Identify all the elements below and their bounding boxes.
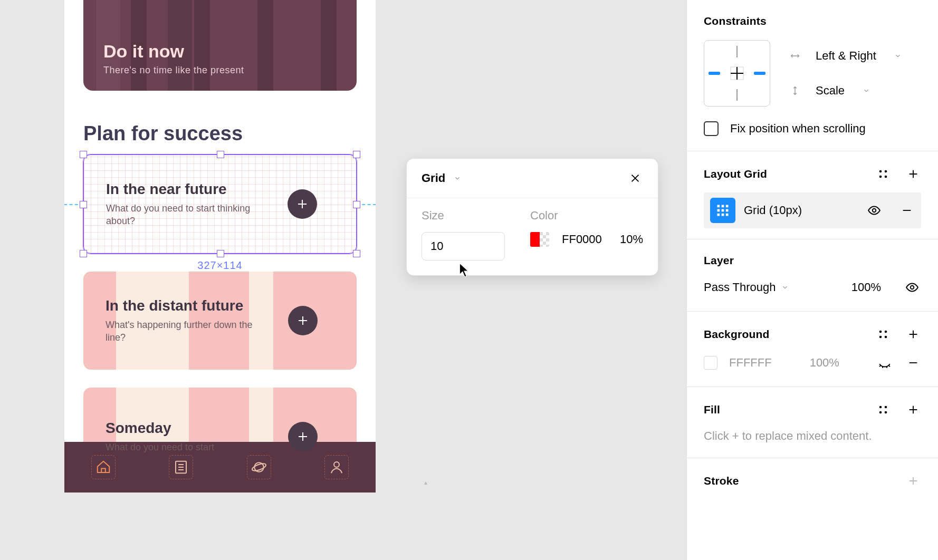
- layout-grid-row[interactable]: Grid (10px): [704, 192, 921, 228]
- grid-type-dropdown[interactable]: [454, 171, 461, 185]
- card-title: In the distant future: [106, 297, 264, 314]
- resize-handle[interactable]: [80, 250, 87, 257]
- background-title: Background: [704, 328, 770, 341]
- add-button[interactable]: [288, 189, 317, 219]
- fill-styles-button[interactable]: [876, 402, 891, 417]
- add-background-button[interactable]: [905, 326, 921, 342]
- background-hex[interactable]: FFFFFF: [729, 356, 772, 370]
- eye-icon: [867, 204, 881, 217]
- resize-handle[interactable]: [353, 250, 360, 257]
- svg-point-22: [879, 336, 882, 339]
- popover-title: Grid: [422, 171, 445, 185]
- svg-point-5: [879, 170, 882, 173]
- properties-panel: Constraints Left & Right: [686, 0, 938, 560]
- svg-point-26: [879, 411, 882, 414]
- svg-rect-15: [717, 214, 720, 216]
- home-icon: [95, 459, 111, 475]
- layer-opacity-input[interactable]: 100%: [851, 281, 881, 294]
- tab-profile[interactable]: [324, 455, 349, 479]
- grid-color-hex[interactable]: FF0000: [562, 233, 602, 246]
- tab-home[interactable]: [91, 455, 116, 479]
- resize-handle[interactable]: [217, 151, 224, 158]
- selected-frame[interactable]: In the near future What do you need to s…: [83, 155, 357, 254]
- card-subtitle: What do you need to start thinking about…: [106, 202, 264, 228]
- add-layout-grid-button[interactable]: [905, 166, 921, 182]
- svg-rect-11: [726, 205, 729, 208]
- svg-point-24: [879, 406, 882, 409]
- horizontal-arrow-icon: [789, 50, 801, 62]
- svg-rect-9: [717, 205, 720, 208]
- constraints-section: Constraints Left & Right: [687, 0, 938, 151]
- close-icon: [629, 172, 641, 184]
- background-opacity[interactable]: 100%: [810, 356, 839, 370]
- four-dots-icon: [878, 329, 888, 340]
- resize-handle[interactable]: [80, 201, 87, 208]
- resize-handle[interactable]: [80, 151, 87, 158]
- add-button[interactable]: [288, 422, 318, 451]
- grid-size-input[interactable]: [422, 232, 505, 260]
- horizontal-constraint-select[interactable]: Left & Right: [789, 49, 921, 63]
- close-button[interactable]: [627, 170, 643, 186]
- svg-point-21: [885, 331, 887, 333]
- layer-visibility-button[interactable]: [903, 278, 921, 296]
- resize-handle[interactable]: [217, 250, 224, 257]
- add-stroke-button[interactable]: [905, 473, 921, 489]
- remove-background-button[interactable]: [905, 355, 921, 371]
- svg-point-8: [885, 176, 887, 178]
- chevron-down-icon: [781, 284, 789, 291]
- design-canvas[interactable]: Do it now There's no time like the prese…: [0, 0, 687, 560]
- panel-collapse-icon[interactable]: ▴: [424, 479, 427, 486]
- minus-icon: [907, 357, 919, 369]
- add-fill-button[interactable]: [905, 402, 921, 418]
- svg-point-7: [879, 176, 882, 178]
- user-icon: [329, 459, 344, 475]
- background-swatch[interactable]: [704, 356, 717, 370]
- toggle-grid-visibility-button[interactable]: [865, 201, 883, 219]
- background-section: Background FFFFFF 100%: [687, 312, 938, 387]
- card-subtitle: What do you need to start: [106, 441, 214, 453]
- grid-color-opacity[interactable]: 10%: [620, 233, 643, 246]
- grid-color-swatch[interactable]: [530, 232, 549, 247]
- background-styles-button[interactable]: [876, 327, 891, 342]
- card-title: In the near future: [106, 181, 264, 198]
- plus-icon: [296, 198, 309, 210]
- layer-title: Layer: [704, 254, 921, 267]
- svg-point-20: [879, 331, 882, 333]
- planet-icon: [251, 459, 267, 475]
- background-visibility-button[interactable]: [876, 354, 894, 372]
- list-icon: [173, 459, 189, 475]
- grid-type-icon[interactable]: [710, 198, 735, 223]
- tab-explore[interactable]: [247, 455, 271, 479]
- card-distant-future[interactable]: In the distant future What's happening f…: [83, 272, 357, 370]
- constraints-widget[interactable]: [704, 40, 770, 107]
- fix-position-label: Fix position when scrolling: [730, 122, 866, 136]
- stroke-title: Stroke: [704, 475, 739, 487]
- selection-dimensions: 327×114: [197, 259, 242, 272]
- blend-mode-select[interactable]: Pass Through: [704, 281, 789, 294]
- fix-position-checkbox[interactable]: [704, 121, 719, 136]
- vertical-constraint-select[interactable]: Scale: [789, 84, 921, 98]
- card-near-future[interactable]: In the near future What do you need to s…: [83, 155, 357, 254]
- svg-point-27: [885, 411, 887, 414]
- svg-rect-10: [722, 205, 724, 208]
- svg-rect-16: [722, 214, 724, 216]
- constraints-title: Constraints: [704, 15, 921, 27]
- remove-layout-grid-button[interactable]: [899, 202, 915, 218]
- add-button[interactable]: [288, 306, 318, 335]
- grid-icon: [715, 203, 730, 218]
- resize-handle[interactable]: [353, 151, 360, 158]
- svg-rect-12: [717, 209, 720, 212]
- svg-point-18: [873, 209, 876, 213]
- section-heading: Plan for success: [83, 122, 357, 145]
- svg-point-25: [885, 406, 887, 409]
- stroke-section: Stroke: [687, 458, 938, 504]
- constraints-center-icon: [726, 63, 748, 84]
- layout-grid-styles-button[interactable]: [876, 167, 891, 181]
- svg-point-3: [334, 462, 339, 467]
- fill-title: Fill: [704, 403, 720, 416]
- card-title: Someday: [106, 420, 214, 437]
- tab-list[interactable]: [169, 455, 193, 479]
- layout-grid-section: Layout Grid Grid (10px): [687, 151, 938, 239]
- eye-icon: [905, 281, 919, 294]
- resize-handle[interactable]: [353, 201, 360, 208]
